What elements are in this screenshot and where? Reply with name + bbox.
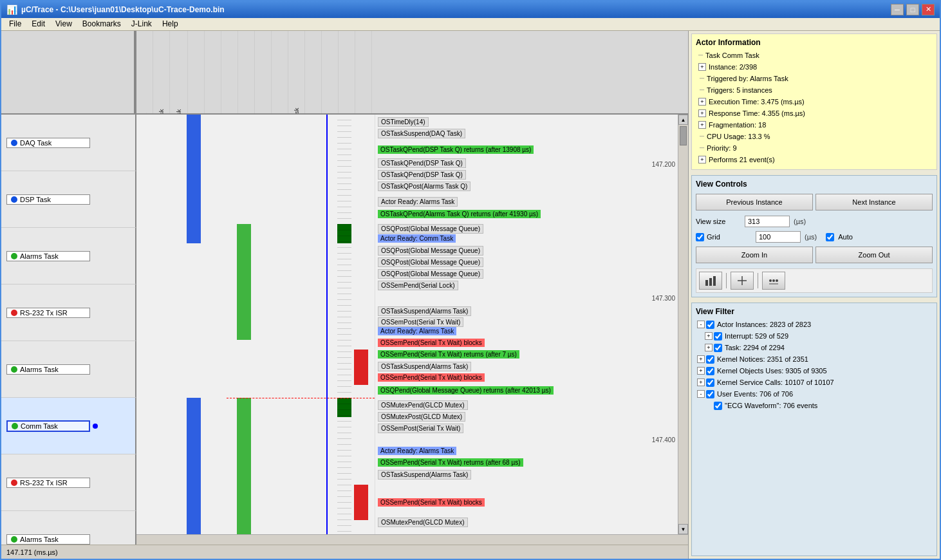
task-label-daq: DAQ Task (6, 138, 90, 148)
scroll-down-button[interactable]: ▼ (678, 524, 688, 534)
expand-instance[interactable]: + (698, 63, 706, 71)
cursor-icon[interactable] (731, 272, 754, 290)
filter-row-7: "ECG Waveform": 706 events (696, 400, 933, 411)
red-bar-1 (354, 350, 368, 385)
task-name-alarms3: Alarms Task (20, 536, 59, 543)
expand-filter-3[interactable]: + (697, 355, 705, 363)
expand-filter-5[interactable]: + (697, 378, 705, 386)
daq-bar-2 (187, 398, 201, 534)
task-row-alarms2: Alarms Task (1, 341, 136, 398)
prev-instance-button[interactable]: Previous Instance (696, 194, 813, 210)
expand-filter-0[interactable]: - (697, 321, 705, 328)
expand-filter-4[interactable]: + (697, 367, 705, 375)
bar-chart-icon[interactable] (699, 272, 722, 290)
svg-rect-2 (713, 276, 716, 286)
info-exec-row: + Execution Time: 3.475 (ms.µs) (696, 96, 933, 107)
ev-15: OSSemPost(Serial Tx Wait) (378, 317, 463, 327)
info-resp-row: + Response Time: 4.355 (ms.µs) (696, 107, 933, 119)
expand-performs[interactable]: + (698, 156, 706, 163)
selection-line (326, 115, 328, 534)
expand-filter-1[interactable]: + (705, 332, 713, 340)
trace-right: µC/OS-18. ISR Task µC/Trace Triggers Tas… (136, 31, 688, 545)
info-exec: Execution Time: 3.475 (ms.µs) (709, 96, 805, 107)
dots-icon[interactable] (762, 272, 785, 290)
task-dot-alarms1 (11, 253, 17, 259)
menu-view[interactable]: View (50, 18, 77, 30)
task-name-dsp: DSP Task (20, 196, 51, 203)
auto-checkbox[interactable] (826, 233, 834, 241)
menu-edit[interactable]: Edit (26, 18, 50, 30)
col-bars-area (136, 115, 375, 534)
ev-29: OSMutexPend(GLCD Mutex) (378, 518, 468, 527)
grid-check-row: Grid (696, 233, 752, 241)
svg-point-5 (769, 279, 772, 282)
filter-label-6: User Events: 706 of 706 (717, 388, 793, 400)
grid-input[interactable] (756, 231, 801, 243)
filter-check-3[interactable] (706, 355, 714, 364)
expand-filter-2[interactable]: + (705, 344, 713, 351)
ev-7: OSTaskQPend(Alarms Task Q) returns (afte… (378, 210, 541, 218)
maximize-button[interactable]: □ (906, 4, 919, 15)
menu-help[interactable]: Help (157, 18, 183, 30)
col-h-4: uC/OS-III Stat Task (205, 31, 221, 115)
filter-check-1[interactable] (714, 332, 722, 341)
col-h-5: Corr (221, 31, 238, 115)
ev-21: OSQPend(Global Message Queue) returns (a… (378, 386, 554, 395)
ev-0: OSTimeDly(14) (378, 117, 429, 127)
minimize-button[interactable]: ─ (891, 4, 904, 15)
task-label-comm: Comm Task (6, 420, 90, 432)
view-controls-section: View Controls Previous Instance Next Ins… (691, 175, 937, 297)
filter-row-3: + Kernel Notices: 2351 of 2351 (696, 353, 933, 365)
scroll-thumb[interactable] (680, 126, 687, 145)
menu-bookmarks[interactable]: Bookmarks (77, 18, 126, 30)
vertical-scrollbar[interactable]: ▲ ▼ (678, 115, 688, 534)
view-size-input[interactable] (745, 216, 790, 227)
filter-check-4[interactable] (706, 367, 714, 375)
ev-1: OSTaskSuspend(DAQ Task) (378, 129, 465, 138)
bar-chart-svg (705, 275, 716, 286)
col-headers: µC/OS-18. ISR Task µC/Trace Triggers Tas… (136, 31, 688, 115)
task-row-dsp: DSP Task (1, 171, 136, 228)
filter-check-0[interactable] (706, 321, 714, 329)
task-name-rs232-2: RS-232 Tx ISR (20, 479, 68, 487)
next-instance-button[interactable]: Next Instance (815, 194, 933, 210)
info-dash-3: ─ (700, 84, 704, 96)
expand-filter-6[interactable]: - (697, 390, 705, 398)
task-name-daq: DAQ Task (20, 139, 51, 147)
zoom-out-button[interactable]: Zoom Out (815, 247, 933, 263)
col-h-8: uG/CS-III LED Task (272, 31, 288, 115)
ev-19: OSTaskSuspend(Alarms Task) (378, 362, 471, 371)
filter-label-7: "ECG Waveform": 706 events (725, 400, 817, 411)
actor-info-section: Actor Information ─ Task Comm Task + Ins… (691, 33, 937, 170)
status-bar: 147.171 (ms.µs) (1, 545, 688, 559)
col-h-7: DataLog Timer Task (255, 31, 272, 115)
info-triggers: Triggers: 5 instances (707, 84, 772, 96)
task-label-alarms2: Alarms Task (6, 364, 90, 375)
task-dot-alarms3 (11, 536, 17, 543)
info-triggered: Triggered by: Alarms Task (707, 73, 788, 84)
expand-frag[interactable]: + (698, 121, 706, 129)
expand-resp[interactable]: + (698, 109, 706, 117)
filter-check-6[interactable] (706, 390, 714, 398)
svg-point-6 (772, 279, 775, 282)
filter-check-5[interactable] (706, 378, 714, 387)
info-resp: Response Time: 4.355 (ms.µs) (709, 107, 805, 119)
close-button[interactable]: ✕ (922, 4, 935, 15)
expand-exec[interactable]: + (698, 98, 706, 106)
menu-jlink[interactable]: J-Link (126, 18, 157, 30)
filter-check-2[interactable] (714, 344, 722, 352)
ev-9: Actor Ready: Comm Task (378, 234, 456, 243)
info-dash-4: ─ (700, 131, 704, 142)
filter-check-7[interactable] (714, 402, 722, 410)
horizontal-scrollbar[interactable] (136, 534, 688, 545)
scroll-up-button[interactable]: ▲ (678, 115, 688, 125)
view-filter-section: View Filter - Actor Instances: 2823 of 2… (691, 303, 937, 556)
ev-24: OSSemPost(Serial Tx Wait) (378, 424, 463, 433)
title-bar-left: 📊 µC/Trace - C:\Users\juan01\Desktop\uC-… (6, 5, 225, 15)
gui-bar-2 (237, 398, 251, 534)
filter-label-2: Task: 2294 of 2294 (725, 342, 785, 353)
grid-checkbox[interactable] (696, 233, 704, 241)
dashed-line-1 (227, 398, 375, 398)
menu-file[interactable]: File (4, 18, 26, 30)
zoom-in-button[interactable]: Zoom In (696, 247, 813, 263)
